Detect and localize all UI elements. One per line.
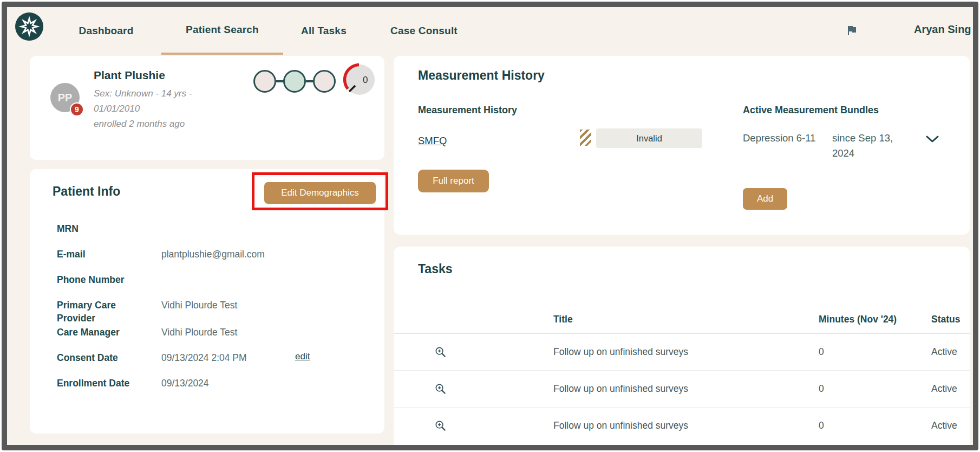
tasks-card: Tasks Title Minutes (Nov '24) Status Fol… <box>394 247 970 445</box>
nav-item-all-tasks[interactable]: All Tasks <box>294 7 354 55</box>
task-status: Active <box>931 420 970 431</box>
patient-info-row: Primary Care ProviderVidhi Plourde Test <box>57 298 360 325</box>
patient-info-row: Phone Number <box>57 272 360 298</box>
table-row: Follow up on unfinished surveys0Active <box>394 407 970 444</box>
nav-item-dashboard[interactable]: Dashboard <box>71 7 141 55</box>
task-title: Follow up on unfinished surveys <box>553 346 819 358</box>
step-circle-2 <box>283 70 306 93</box>
measurement-history-title: Measurement History <box>418 68 545 83</box>
patient-demographics: Sex: Unknown - 14 yrs - 01/01/2010 enrol… <box>94 86 192 132</box>
patient-info-row: Enrollment Date09/13/2024 <box>57 376 360 401</box>
status-badge: Invalid <box>596 128 702 148</box>
patient-info-fields: MRNE-mailplantplushie@gmail.comPhone Num… <box>57 221 360 401</box>
field-value: Vidhi Plourde Test <box>161 299 295 312</box>
task-minutes: 0 <box>819 420 931 431</box>
starburst-logo-icon[interactable] <box>15 12 43 41</box>
bundle-since-date: since Sep 13, 2024 <box>832 131 905 161</box>
patient-info-title: Patient Info <box>53 184 120 199</box>
patient-enrolled: enrolled 2 months ago <box>94 117 192 132</box>
patient-name: Plant Plushie <box>94 69 165 82</box>
zoom-in-icon[interactable] <box>434 383 553 395</box>
minutes-column-header: Minutes (Nov '24) <box>819 314 931 325</box>
patient-summary-card: PP 9 Plant Plushie Sex: Unknown - 14 yrs… <box>30 56 384 160</box>
field-value: plantplushie@gmail.com <box>161 248 295 261</box>
table-row: Follow up on unfinished surveys0Active <box>394 370 970 407</box>
tasks-table: Title Minutes (Nov '24) Status Follow up… <box>394 305 970 444</box>
step-connector <box>276 80 284 82</box>
patient-info-row: E-mailplantplushie@gmail.com <box>57 247 360 272</box>
step-circle-1 <box>253 70 276 93</box>
top-nav: Dashboard Patient Search All Tasks Case … <box>7 7 973 56</box>
zoom-in-icon[interactable] <box>434 419 553 432</box>
edit-consent-date-link[interactable]: edit <box>295 351 310 362</box>
task-minutes: 0 <box>819 383 931 395</box>
progress-stepper <box>250 65 339 98</box>
field-label: Primary Care Provider <box>57 299 138 325</box>
task-minutes: 0 <box>819 346 931 358</box>
gauge-value: 0 <box>363 75 368 85</box>
patient-info-row: Care ManagerVidhi Plourde Test <box>57 325 360 350</box>
active-bundles-subtitle: Active Measurement Bundles <box>743 105 879 116</box>
measurement-history-subtitle: Measurement History <box>418 105 517 116</box>
table-row: Follow up on unfinished surveys0Active <box>394 333 970 370</box>
notification-badge: 9 <box>70 102 84 117</box>
field-label: Enrollment Date <box>57 377 138 390</box>
edit-demographics-button[interactable]: Edit Demographics <box>264 182 376 204</box>
field-value: 09/13/2024 2:04 PM <box>161 351 295 364</box>
field-label: Care Manager <box>57 326 138 339</box>
step-circle-3 <box>313 70 336 93</box>
full-report-button[interactable]: Full report <box>418 170 489 192</box>
nav-item-patient-search[interactable]: Patient Search <box>161 7 283 55</box>
nav-item-case-consult[interactable]: Case Consult <box>381 7 467 55</box>
zoom-in-icon[interactable] <box>434 346 553 358</box>
score-gauge: 0 <box>343 63 376 96</box>
field-value: 09/13/2024 <box>161 377 295 390</box>
flag-icon[interactable] <box>845 24 858 37</box>
patient-sex-age: Sex: Unknown - 14 yrs - <box>94 86 192 101</box>
field-label: Consent Date <box>57 351 138 364</box>
smfq-link[interactable]: SMFQ <box>418 135 447 147</box>
invalid-striped-icon <box>580 130 591 146</box>
measurement-history-card: Measurement History Measurement History … <box>394 56 970 235</box>
patient-info-card: Patient Info Edit Demographics MRNE-mail… <box>30 169 384 434</box>
red-highlight-annotation: Edit Demographics <box>252 172 388 210</box>
app-window: Dashboard Patient Search All Tasks Case … <box>2 2 978 450</box>
patient-dob: 01/01/2010 <box>94 101 192 117</box>
field-label: E-mail <box>57 248 138 261</box>
tasks-table-header: Title Minutes (Nov '24) Status <box>394 305 970 333</box>
step-connector <box>306 80 313 82</box>
user-menu[interactable]: Aryan Sing <box>914 23 973 36</box>
task-status: Active <box>931 383 970 395</box>
add-bundle-button[interactable]: Add <box>743 188 787 210</box>
task-status: Active <box>931 346 970 358</box>
patient-info-row: Consent Date09/13/2024 2:04 PMedit <box>57 350 360 376</box>
tasks-rows: Follow up on unfinished surveys0ActiveFo… <box>394 333 970 444</box>
status-column-header: Status <box>931 314 970 325</box>
task-title: Follow up on unfinished surveys <box>553 383 819 395</box>
field-label: MRN <box>57 222 138 235</box>
task-title: Follow up on unfinished surveys <box>553 420 819 431</box>
title-column-header: Title <box>553 314 819 325</box>
field-value: Vidhi Plourde Test <box>161 326 295 339</box>
bundle-name: Depression 6-11 <box>743 131 824 146</box>
field-label: Phone Number <box>57 273 138 286</box>
tasks-title: Tasks <box>418 262 453 276</box>
chevron-down-icon[interactable] <box>925 135 939 144</box>
patient-info-row: MRN <box>57 221 360 247</box>
